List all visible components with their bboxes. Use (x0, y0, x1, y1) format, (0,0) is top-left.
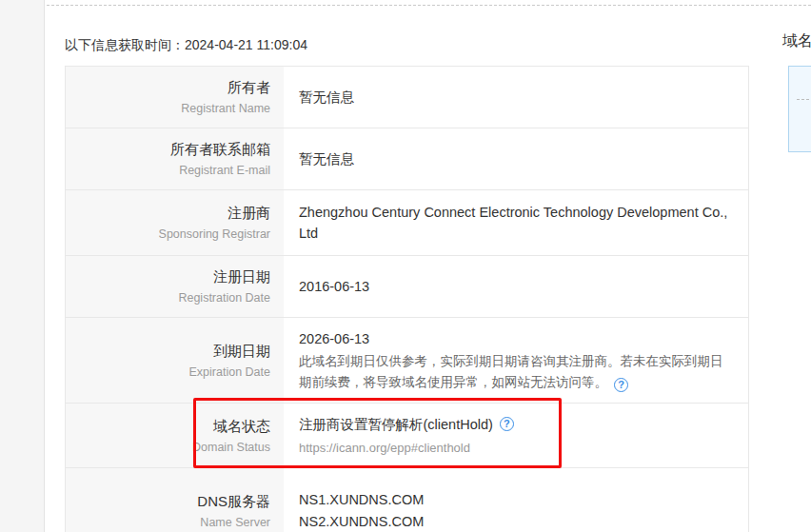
whois-table: 所有者 Registrant Name 暂无信息 所有者联系邮箱 Registr… (65, 66, 749, 532)
table-row-registrant-email: 所有者联系邮箱 Registrant E-mail 暂无信息 (66, 128, 748, 190)
expiration-date-value: 2026-06-13 (299, 328, 733, 349)
side-info-box (788, 66, 811, 152)
label-zh: 所有者 (227, 77, 270, 98)
side-info-box-dash (797, 99, 811, 100)
dashed-divider (47, 5, 811, 6)
expiration-note: 此域名到期日仅供参考，实际到期日期请咨询其注册商。若未在实际到期日期前续费，将导… (299, 351, 733, 393)
label-en: Expiration Date (189, 364, 270, 381)
registrant-name-value: 暂无信息 (299, 87, 733, 108)
name-server-2: NS2.XUNDNS.COM (299, 511, 733, 532)
row-label: 到期日期 Expiration Date (66, 318, 284, 403)
row-value: 暂无信息 (284, 67, 748, 128)
info-fetch-time: 以下信息获取时间：2024-04-21 11:09:04 (65, 37, 307, 54)
row-value: 注册商设置暂停解析(clientHold) ? https://icann.or… (284, 404, 748, 467)
row-label: 注册商 Sponsoring Registrar (66, 190, 284, 255)
label-zh: 注册日期 (213, 266, 270, 287)
label-en: Name Server (200, 514, 270, 531)
table-row-domain-status: 域名状态 Domain Status 注册商设置暂停解析(clientHold)… (66, 404, 748, 468)
label-en: Registrant Name (181, 100, 270, 117)
table-row-registration-date: 注册日期 Registration Date 2016-06-13 (66, 256, 748, 318)
row-label: 注册日期 Registration Date (66, 256, 284, 317)
label-en: Sponsoring Registrar (159, 226, 270, 243)
row-value: 暂无信息 (284, 128, 748, 189)
label-en: Domain Status (192, 439, 270, 456)
table-row-registrar: 注册商 Sponsoring Registrar Zhengzhou Centu… (66, 190, 748, 256)
left-sidebar-edge (0, 0, 45, 532)
help-icon[interactable]: ? (614, 378, 628, 392)
row-value: 2016-06-13 (284, 256, 748, 317)
label-zh: 到期日期 (213, 341, 270, 362)
label-en: Registration Date (178, 289, 270, 306)
row-value: Zhengzhou Century Connect Electronic Tec… (284, 190, 748, 255)
help-icon[interactable]: ? (500, 417, 514, 431)
row-label: 域名状态 Domain Status (66, 404, 284, 467)
registration-date-value: 2016-06-13 (299, 276, 733, 297)
name-server-1: NS1.XUNDNS.COM (299, 489, 733, 511)
domain-status-value: 注册商设置暂停解析(clientHold) (299, 414, 493, 435)
row-label: 所有者 Registrant Name (66, 67, 284, 128)
label-zh: 域名状态 (213, 416, 270, 437)
row-label: DNS服务器 Name Server (66, 468, 284, 532)
label-en: Registrant E-mail (179, 162, 270, 179)
registrar-value: Zhengzhou Century Connect Electronic Tec… (299, 202, 733, 244)
table-row-expiration-date: 到期日期 Expiration Date 2026-06-13 此域名到期日仅供… (66, 318, 748, 404)
whois-result-page: 以下信息获取时间：2024-04-21 11:09:04 所有者 Registr… (0, 0, 811, 532)
row-value: NS1.XUNDNS.COM NS2.XUNDNS.COM (284, 468, 748, 532)
expiration-note-text: 此域名到期日仅供参考，实际到期日期请咨询其注册商。若未在实际到期日期前续费，将导… (299, 354, 723, 389)
icann-status-link[interactable]: https://icann.org/epp#clienthold (299, 439, 733, 458)
label-zh: DNS服务器 (197, 491, 270, 512)
row-label: 所有者联系邮箱 Registrant E-mail (66, 128, 284, 189)
label-zh: 所有者联系邮箱 (170, 139, 270, 160)
registrant-email-value: 暂无信息 (299, 148, 733, 169)
label-zh: 注册商 (227, 203, 270, 224)
domain-status-line: 注册商设置暂停解析(clientHold) ? (299, 414, 733, 435)
table-row-registrant-name: 所有者 Registrant Name 暂无信息 (66, 67, 748, 128)
row-value: 2026-06-13 此域名到期日仅供参考，实际到期日期请咨询其注册商。若未在实… (284, 318, 748, 403)
table-row-name-server: DNS服务器 Name Server NS1.XUNDNS.COM NS2.XU… (66, 468, 748, 532)
side-panel-heading: 域名 (782, 31, 811, 51)
